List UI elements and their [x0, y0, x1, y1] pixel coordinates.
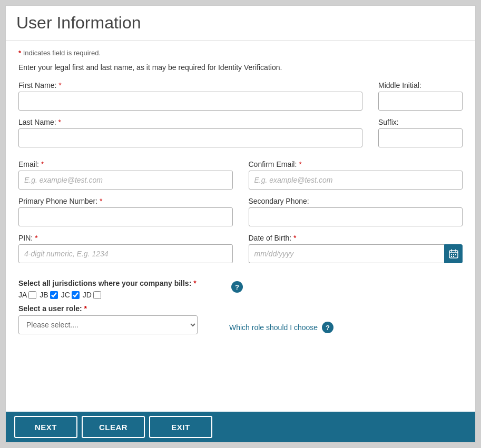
secondary-phone-label: Secondary Phone: [249, 197, 463, 205]
first-name-label: First Name: * [18, 81, 362, 89]
phone-row: Primary Phone Number: * Secondary Phone: [18, 197, 463, 226]
jurisdiction-jd: JD [83, 291, 101, 299]
suffix-col: Suffix: [378, 118, 463, 147]
email-input[interactable] [18, 171, 233, 190]
ja-label: JA [18, 291, 27, 299]
first-name-col: First Name: * [18, 81, 362, 111]
suffix-label: Suffix: [378, 118, 463, 126]
calendar-icon [449, 249, 458, 258]
confirm-email-input[interactable] [249, 171, 463, 190]
middle-initial-input[interactable] [378, 92, 463, 111]
last-name-col: Last Name: * [18, 118, 362, 147]
first-name-input[interactable] [18, 92, 362, 111]
last-name-label: Last Name: * [18, 118, 362, 126]
pin-input[interactable] [18, 244, 233, 263]
jurisdiction-jc: JC [61, 291, 80, 299]
spacer-1 [18, 155, 463, 160]
primary-phone-label: Primary Phone Number: * [18, 197, 233, 205]
jurisdictions-label: Select all jurisdictions where your comp… [18, 279, 213, 287]
jb-checkbox[interactable] [50, 291, 58, 299]
jd-checkbox[interactable] [93, 291, 101, 299]
suffix-input[interactable] [378, 128, 463, 147]
clear-button[interactable]: CLEAR [82, 416, 145, 438]
lower-right: ? Which role should I choose ? [229, 279, 463, 334]
jurisdiction-ja: JA [18, 291, 36, 299]
which-role-link[interactable]: Which role should I choose ? [229, 322, 463, 333]
jc-checkbox[interactable] [72, 291, 80, 299]
next-button[interactable]: NEXT [14, 416, 77, 438]
svg-rect-4 [451, 254, 452, 255]
calendar-button[interactable] [444, 244, 463, 263]
page-header: User Information [6, 6, 475, 41]
dob-label: Date of Birth: * [249, 234, 463, 242]
page-container: User Information * Indicates field is re… [5, 5, 476, 443]
jurisdiction-row: JA JB JC JD [18, 291, 213, 299]
confirm-email-label: Confirm Email: * [249, 160, 463, 168]
email-label: Email: * [18, 160, 233, 168]
date-wrapper [249, 244, 463, 263]
help-icon-wrapper: ? [229, 281, 463, 293]
dob-input[interactable] [249, 244, 445, 263]
required-note-text: Indicates field is required. [21, 49, 101, 57]
pin-dob-row: PIN: * Date of Birth: * [18, 234, 463, 263]
form-body: * Indicates field is required. Enter you… [6, 41, 475, 345]
page-title: User Information [16, 13, 465, 33]
role-help-icon[interactable]: ? [322, 322, 333, 333]
middle-initial-label: Middle Initial: [378, 81, 463, 89]
name-row: First Name: * Middle Initial: [18, 81, 463, 111]
pin-label: PIN: * [18, 234, 233, 242]
bottom-buttons: NEXT CLEAR EXIT [6, 412, 475, 442]
jurisdictions-help-icon[interactable]: ? [231, 281, 243, 293]
pin-col: PIN: * [18, 234, 233, 263]
svg-rect-8 [453, 256, 454, 257]
email-row: Email: * Confirm Email: * [18, 160, 463, 190]
jd-label: JD [83, 291, 92, 299]
primary-phone-col: Primary Phone Number: * [18, 197, 233, 226]
jc-label: JC [61, 291, 70, 299]
last-name-input[interactable] [18, 128, 362, 147]
lower-section-row: Select all jurisdictions where your comp… [18, 279, 463, 334]
svg-rect-7 [451, 256, 452, 257]
svg-rect-6 [455, 254, 456, 255]
user-role-select[interactable]: Please select.... [18, 315, 198, 334]
lastname-row: Last Name: * Suffix: [18, 118, 463, 147]
legal-name-note: Enter your legal first and last name, as… [18, 63, 463, 72]
svg-rect-5 [453, 254, 454, 255]
confirm-email-col: Confirm Email: * [249, 160, 463, 190]
required-note: * Indicates field is required. [18, 49, 463, 57]
user-role-label: Select a user role: * [18, 304, 213, 313]
email-col: Email: * [18, 160, 233, 190]
ja-checkbox[interactable] [28, 291, 36, 299]
primary-phone-input[interactable] [18, 207, 233, 226]
jurisdiction-jb: JB [40, 291, 57, 299]
exit-button[interactable]: EXIT [149, 416, 212, 438]
jb-label: JB [40, 291, 48, 299]
middle-initial-col: Middle Initial: [378, 81, 463, 111]
secondary-phone-input[interactable] [249, 207, 463, 226]
dob-col: Date of Birth: * [249, 234, 463, 263]
lower-left: Select all jurisdictions where your comp… [18, 279, 213, 334]
spacer-2 [18, 271, 463, 275]
secondary-phone-col: Secondary Phone: [249, 197, 463, 226]
